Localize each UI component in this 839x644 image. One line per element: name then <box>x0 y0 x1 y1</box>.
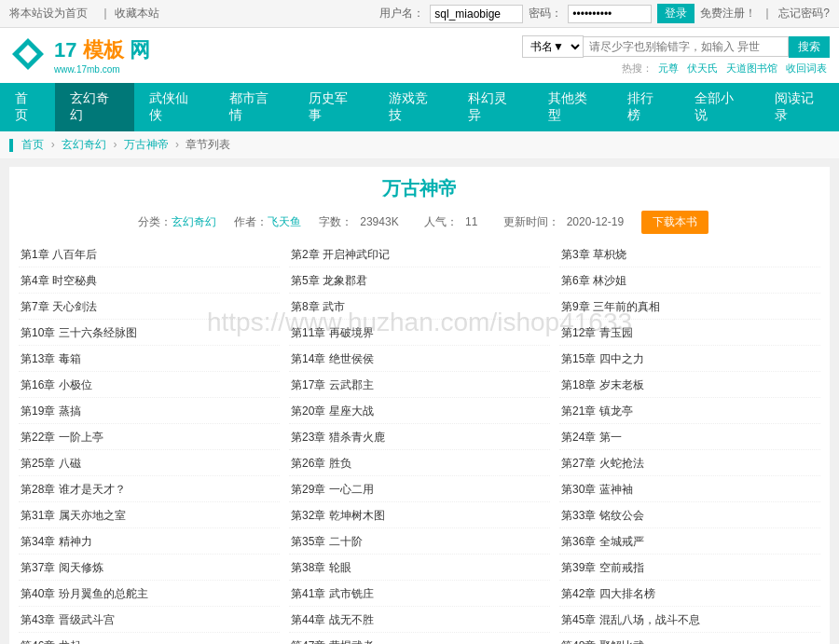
list-item: 第41章 武市铣庄 <box>289 582 550 607</box>
chapter-link[interactable]: 第37章 阅天修炼 <box>21 561 103 574</box>
search-input[interactable] <box>584 36 789 57</box>
chapter-link[interactable]: 第28章 谁才是天才？ <box>21 483 126 496</box>
chapter-link[interactable]: 第34章 精神力 <box>21 535 92 548</box>
breadcrumb-category[interactable]: 玄幻奇幻 <box>62 138 106 151</box>
search-row: 书名▼ 搜索 <box>522 35 830 58</box>
chapter-link[interactable]: 第6章 林沙姐 <box>561 274 626 287</box>
set-homepage-link[interactable]: 将本站设为首页 <box>9 7 88 20</box>
chapter-link[interactable]: 第26章 胜负 <box>291 457 351 470</box>
breadcrumb-home[interactable]: 首页 <box>21 138 44 151</box>
nav-other[interactable]: 其他类型 <box>533 83 612 131</box>
list-item: 第44章 战无不胜 <box>289 609 550 633</box>
chapter-link[interactable]: 第36章 全城戒严 <box>561 535 644 548</box>
chapter-link[interactable]: 第2章 开启神武印记 <box>291 248 390 261</box>
chapter-link[interactable]: 第9章 三年前的真相 <box>561 300 660 313</box>
list-item: 第6章 林沙姐 <box>559 269 820 294</box>
chapter-link[interactable]: 第1章 八百年后 <box>21 248 97 261</box>
chapter-link[interactable]: 第30章 蓝神袖 <box>561 483 633 496</box>
list-item: 第34章 精神力 <box>19 530 280 555</box>
chapter-link[interactable]: 第32章 乾坤树木图 <box>291 509 385 522</box>
chapter-link[interactable]: 第10章 三十六条经脉图 <box>21 326 137 339</box>
list-item: 第11章 再破境界 <box>289 322 550 346</box>
password-input[interactable] <box>568 5 652 23</box>
chapter-link[interactable]: 第17章 云武郡主 <box>291 378 374 391</box>
list-item: 第16章 小极位 <box>19 374 280 398</box>
chapter-link[interactable]: 第27章 火蛇抢法 <box>561 457 644 470</box>
chapter-link[interactable]: 第11章 再破境界 <box>291 326 374 339</box>
popularity-label: 人气：11 <box>424 215 485 228</box>
chapter-link[interactable]: 第3章 草枳烧 <box>561 248 626 261</box>
chapter-link[interactable]: 第47章 黄棍武者 <box>291 639 374 644</box>
nav: 首页 玄幻奇幻 武侠仙侠 都市言情 历史军事 游戏竞技 科幻灵异 其他类型 排行… <box>0 83 839 131</box>
chapter-link[interactable]: 第46章 龙起 <box>21 639 81 644</box>
chapter-link[interactable]: 第19章 蒸搞 <box>21 404 81 418</box>
hot-link-3[interactable]: 天道图书馆 <box>726 62 777 74</box>
chapter-link[interactable]: 第45章 混乱八场，战斗不息 <box>561 613 700 626</box>
chapter-link[interactable]: 第7章 天心剑法 <box>21 300 97 313</box>
chapter-link[interactable]: 第14章 绝世侯侯 <box>291 352 374 365</box>
chapter-link[interactable]: 第4章 时空秘典 <box>21 274 97 287</box>
author-link[interactable]: 飞天鱼 <box>268 215 301 228</box>
login-button[interactable]: 登录 <box>657 4 695 23</box>
chapter-link[interactable]: 第21章 镇龙亭 <box>561 404 633 418</box>
hot-link-4[interactable]: 收回词表 <box>786 62 827 74</box>
category-link[interactable]: 玄幻奇幻 <box>172 215 216 228</box>
chapter-link[interactable]: 第20章 星座大战 <box>291 404 374 418</box>
list-item: 第37章 阅天修炼 <box>19 556 280 581</box>
bookmark-link[interactable]: 收藏本站 <box>115 7 159 20</box>
list-item: 第46章 龙起 <box>19 635 280 644</box>
chapter-link[interactable]: 第16章 小极位 <box>21 378 92 391</box>
chapter-link[interactable]: 第8章 武市 <box>291 300 345 313</box>
chapter-link[interactable]: 第25章 八磁 <box>21 457 81 470</box>
nav-history[interactable]: 阅读记录 <box>760 83 839 131</box>
list-item: 第18章 岁末老板 <box>559 374 820 398</box>
nav-rank[interactable]: 排行榜 <box>612 83 680 131</box>
chapter-link[interactable]: 第39章 空前戒指 <box>561 561 644 574</box>
chapter-link[interactable]: 第33章 铭纹公会 <box>561 509 644 522</box>
chapter-link[interactable]: 第48章 聚解比武 <box>561 639 644 644</box>
search-type-select[interactable]: 书名▼ <box>522 35 584 58</box>
chapter-link[interactable]: 第24章 第一 <box>561 431 622 444</box>
breadcrumb-bar <box>9 139 13 152</box>
top-bar: 将本站设为首页 ｜ 收藏本站 用户名： 密码： 登录 免费注册！ ｜ 忘记密码? <box>0 0 839 28</box>
chapter-link[interactable]: 第22章 一阶上亭 <box>21 431 103 444</box>
chapter-link[interactable]: 第13章 毒箱 <box>21 352 81 365</box>
chapter-link[interactable]: 第38章 轮眼 <box>291 561 351 574</box>
hot-link-1[interactable]: 元尊 <box>658 62 679 74</box>
chapter-link[interactable]: 第5章 龙象郡君 <box>291 274 367 287</box>
list-item: 第14章 绝世侯侯 <box>289 348 550 372</box>
breadcrumb-book[interactable]: 万古神帝 <box>124 138 169 151</box>
list-item: 第15章 四中之力 <box>559 348 820 372</box>
list-item: 第21章 镇龙亭 <box>559 400 820 424</box>
nav-kehuan[interactable]: 科幻灵异 <box>453 83 532 131</box>
nav-lishi[interactable]: 历史军事 <box>294 83 373 131</box>
chapter-link[interactable]: 第23章 猎杀青火鹿 <box>291 431 385 444</box>
chapter-link[interactable]: 第15章 四中之力 <box>561 352 644 365</box>
list-item: 第47章 黄棍武者 <box>289 635 550 644</box>
chapter-link[interactable]: 第35章 二十阶 <box>291 535 363 548</box>
nav-xuanhuan[interactable]: 玄幻奇幻 <box>55 83 134 131</box>
nav-home[interactable]: 首页 <box>0 83 55 131</box>
logo-diamond-icon <box>9 35 47 73</box>
chapter-link[interactable]: 第18章 岁末老板 <box>561 378 644 391</box>
chapter-link[interactable]: 第44章 战无不胜 <box>291 613 374 626</box>
chapter-link[interactable]: 第31章 属天亦地之室 <box>21 509 126 522</box>
chapter-link[interactable]: 第29章 一心二用 <box>291 483 374 496</box>
search-button[interactable]: 搜索 <box>789 36 830 58</box>
nav-wuxia[interactable]: 武侠仙侠 <box>134 83 213 131</box>
hot-link-2[interactable]: 伏天氏 <box>687 62 718 74</box>
list-item: 第10章 三十六条经脉图 <box>19 322 280 346</box>
nav-dushi[interactable]: 都市言情 <box>214 83 294 131</box>
list-item: 第13章 毒箱 <box>19 348 280 372</box>
chapter-link[interactable]: 第41章 武市铣庄 <box>291 587 374 600</box>
chapter-link[interactable]: 第42章 四大排名榜 <box>561 587 655 600</box>
register-link[interactable]: 免费注册！ <box>700 6 756 21</box>
nav-all[interactable]: 全部小说 <box>680 83 759 131</box>
username-input[interactable] <box>430 5 523 23</box>
chapter-link[interactable]: 第12章 青玉园 <box>561 326 633 339</box>
chapter-link[interactable]: 第40章 玢月翼鱼的总舵主 <box>21 587 148 600</box>
forgot-password-link[interactable]: 忘记密码? <box>778 6 830 21</box>
chapter-link[interactable]: 第43章 晋级武斗宫 <box>21 613 115 626</box>
nav-youxi[interactable]: 游戏竞技 <box>374 83 453 131</box>
download-button[interactable]: 下载本书 <box>641 211 708 234</box>
